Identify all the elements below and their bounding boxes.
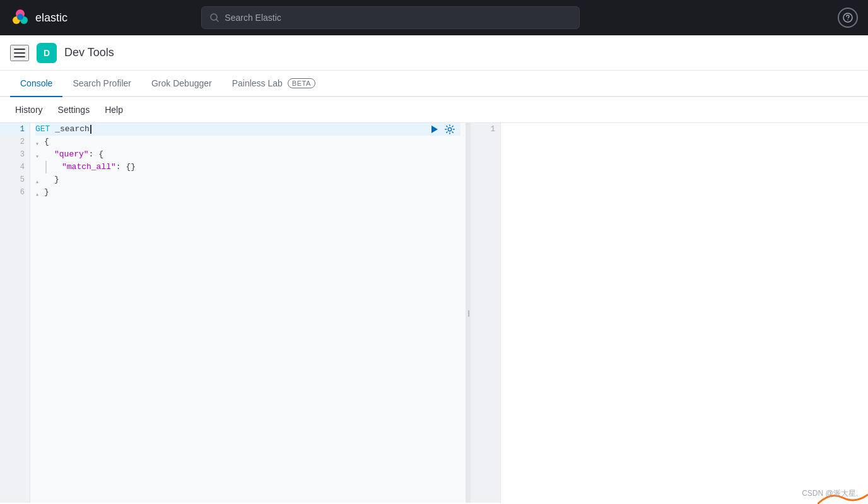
code-line-2: ▾ {	[35, 136, 460, 148]
line-number-6: 6	[0, 186, 30, 199]
line-number-3: 3	[0, 148, 30, 161]
text-cursor	[90, 125, 91, 134]
help-icon	[843, 13, 853, 23]
dev-tools-tabs: Console Search Profiler Grok Debugger Pa…	[0, 71, 868, 97]
app-icon-letter: D	[44, 48, 50, 58]
svg-line-5	[216, 20, 219, 22]
fold-indicator-2[interactable]: ▾	[35, 138, 43, 146]
editor-container: 1 2 3 4 5 6 GET _search	[0, 123, 868, 503]
top-bar-right-actions	[838, 8, 858, 28]
token-colon-1: : {	[89, 148, 103, 161]
tab-console[interactable]: Console	[10, 71, 62, 97]
top-navigation-bar: elastic Search Elastic	[0, 0, 868, 35]
editor-result-pane: 1	[471, 123, 868, 503]
token-colon-2: : {}	[116, 161, 136, 173]
token-key-match-all: "match_all"	[62, 161, 116, 173]
svg-point-9	[448, 127, 451, 131]
settings-query-icon[interactable]	[444, 124, 455, 135]
token-brace-close-outer: }	[44, 186, 49, 199]
line-number-2: 2	[0, 136, 30, 148]
tab-painless-lab-label: Painless Lab	[232, 78, 283, 88]
tab-search-profiler[interactable]: Search Profiler	[62, 71, 141, 97]
result-line-number-1: 1	[471, 123, 500, 136]
pane-divider[interactable]	[466, 123, 471, 503]
global-search-bar[interactable]: Search Elastic	[201, 6, 580, 29]
tab-grok-debugger-label: Grok Debugger	[151, 78, 212, 88]
search-icon	[209, 13, 220, 23]
line-number-5: 5	[0, 173, 30, 186]
token-key-query: "query"	[54, 148, 89, 161]
token-path: _search	[55, 123, 90, 136]
hamburger-line-3	[14, 56, 25, 57]
code-line-4: "match_all" : {}	[35, 161, 460, 173]
hamburger-menu-button[interactable]	[10, 45, 29, 61]
help-button[interactable]: Help	[100, 102, 128, 117]
tab-grok-debugger[interactable]: Grok Debugger	[141, 71, 222, 97]
code-line-6: ▴ }	[35, 186, 460, 199]
app-header: D Dev Tools	[0, 35, 868, 71]
console-toolbar: History Settings Help	[0, 97, 868, 123]
svg-point-3	[17, 14, 23, 20]
help-circle-button[interactable]	[838, 8, 858, 28]
token-brace-open: {	[44, 136, 49, 148]
history-button[interactable]: History	[10, 102, 48, 117]
app-icon-badge: D	[37, 43, 57, 63]
watermark-text: CSDN @派大星.	[802, 488, 858, 499]
result-content-area	[501, 123, 868, 503]
elastic-logo-icon	[10, 8, 30, 28]
token-brace-close-inner: }	[54, 173, 59, 186]
line-number-1: 1	[0, 123, 30, 136]
fold-indicator-6[interactable]: ▴	[35, 189, 43, 196]
hamburger-line-1	[14, 49, 25, 50]
elastic-logo[interactable]: elastic	[10, 8, 67, 28]
code-line-1: GET _search	[35, 123, 460, 136]
result-line-numbers: 1	[471, 123, 501, 503]
line-number-4: 4	[0, 161, 30, 173]
tab-painless-lab[interactable]: Painless Lab BETA	[222, 71, 326, 97]
beta-badge: BETA	[288, 78, 315, 88]
run-query-icon[interactable]	[429, 124, 439, 134]
svg-marker-8	[431, 126, 438, 133]
token-get: GET	[35, 123, 50, 136]
svg-point-7	[847, 20, 848, 21]
editor-input-pane[interactable]: 1 2 3 4 5 6 GET _search	[0, 123, 466, 503]
code-line-3: ▾ "query" : {	[35, 148, 460, 161]
search-bar-container: Search Elastic	[201, 6, 580, 29]
search-placeholder: Search Elastic	[225, 13, 281, 23]
code-editor-area[interactable]: GET _search ▾ {	[30, 123, 466, 503]
code-line-5: ▴ }	[35, 173, 460, 186]
tab-search-profiler-label: Search Profiler	[73, 78, 131, 88]
app-title: Dev Tools	[64, 46, 114, 59]
hamburger-line-2	[14, 52, 25, 54]
elastic-brand-name: elastic	[35, 11, 67, 25]
fold-indicator-3[interactable]: ▾	[35, 151, 43, 158]
settings-button[interactable]: Settings	[53, 102, 95, 117]
fold-indicator-5[interactable]: ▴	[35, 176, 43, 184]
tab-console-label: Console	[20, 78, 52, 88]
editor-line-numbers: 1 2 3 4 5 6	[0, 123, 30, 503]
line-action-icons	[429, 123, 455, 136]
